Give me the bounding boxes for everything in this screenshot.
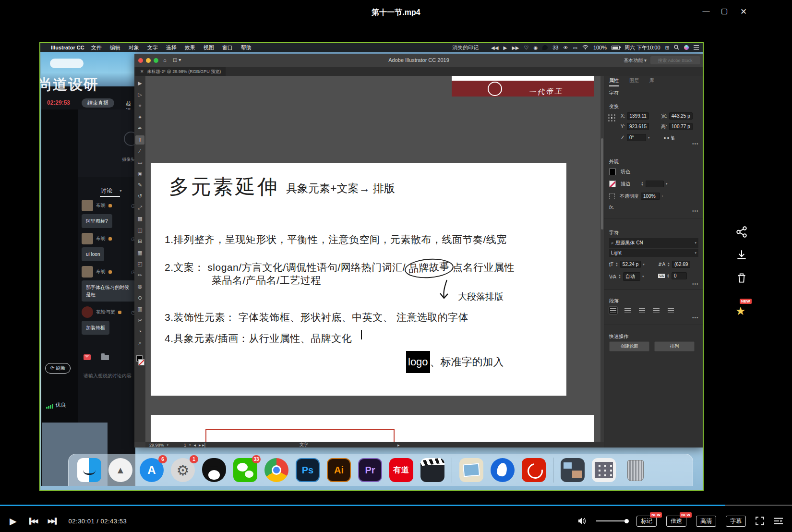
align-button-1[interactable]: [624, 307, 632, 314]
menubar-menu-7[interactable]: 窗口: [222, 44, 233, 51]
align-button-3[interactable]: [652, 307, 660, 314]
tool-16[interactable]: ◰: [135, 259, 144, 268]
menubar-menu-1[interactable]: 编辑: [110, 44, 120, 51]
flip-vertical-icon[interactable]: ⧎: [671, 135, 675, 140]
tool-23[interactable]: ⌕: [135, 339, 144, 348]
dock-icon-finder[interactable]: [77, 458, 101, 482]
dock-icon-system-preferences[interactable]: ⚙1: [171, 458, 195, 482]
align-button-2[interactable]: [638, 307, 646, 314]
tool-15[interactable]: ▦: [135, 248, 144, 257]
dock-icon-chrome[interactable]: [264, 458, 288, 482]
minimize-button[interactable]: —: [701, 7, 711, 15]
statusbar-expand-icon[interactable]: ▸: [397, 443, 400, 447]
red-packet-icon[interactable]: [84, 354, 91, 360]
tool-19[interactable]: ⊙: [135, 293, 144, 302]
menubar-menu-2[interactable]: 对象: [129, 44, 139, 51]
tracking-stepper[interactable]: ▲▼: [667, 274, 670, 278]
menubar-clock[interactable]: 周六 下午10:00: [624, 44, 660, 51]
align-button-0[interactable]: [609, 307, 617, 314]
align-button-4[interactable]: [667, 307, 675, 314]
next-button[interactable]: ▶▶▌: [48, 518, 58, 524]
dock-icon-qq[interactable]: [202, 458, 226, 482]
panel-tab-1[interactable]: 图层: [629, 77, 639, 86]
leading-stepper[interactable]: ▲▼: [667, 262, 670, 267]
dock-icon-video-editor[interactable]: [420, 458, 444, 482]
opacity-field[interactable]: 100%: [641, 193, 660, 200]
speed-button[interactable]: 倍速NEW: [666, 516, 686, 527]
folder-icon[interactable]: [101, 355, 109, 360]
tool-6[interactable]: ∕: [135, 146, 144, 156]
person-icon[interactable]: 👁: [563, 45, 568, 50]
h-value-field[interactable]: 100.77 p: [669, 123, 693, 130]
menubar-menu-0[interactable]: 文件: [91, 44, 102, 51]
fullscreen-icon[interactable]: [756, 517, 764, 525]
workspace-switcher[interactable]: 基本功能 ▾: [624, 57, 647, 64]
menubar-menu-4[interactable]: 选择: [166, 44, 177, 51]
artboard-next-icon[interactable]: ▸ ▸|: [199, 443, 205, 447]
discussion-input[interactable]: 请输入想说的讨论内容: [84, 373, 134, 379]
font-style-field[interactable]: Light: [611, 250, 622, 255]
x-value-field[interactable]: 1399.11: [627, 112, 648, 120]
font-style-chevron[interactable]: ▾: [695, 251, 696, 255]
dock-icon-premiere[interactable]: Pr: [358, 458, 382, 482]
download-icon[interactable]: [735, 249, 748, 261]
discussion-tab[interactable]: 讨论 ▼: [101, 187, 122, 195]
heart-icon[interactable]: ♡: [524, 45, 529, 51]
wifi-icon[interactable]: [582, 45, 588, 50]
tool-9[interactable]: ✎: [135, 181, 144, 190]
tool-1[interactable]: ▷: [135, 90, 144, 99]
font-size-stepper[interactable]: ▲▼: [615, 262, 618, 267]
menubar-menu-8[interactable]: 帮助: [241, 44, 252, 51]
notification-center-icon[interactable]: [694, 45, 699, 50]
tool-8[interactable]: ◉: [135, 169, 144, 178]
panel-tab-2[interactable]: 库: [649, 77, 654, 86]
dock-icon-illustrator[interactable]: Ai: [327, 458, 351, 482]
media-play-icon[interactable]: ▶: [503, 45, 507, 50]
opacity-expand[interactable]: ›: [662, 194, 663, 198]
avatar[interactable]: [82, 266, 93, 278]
tool-22[interactable]: ◔: [135, 327, 144, 336]
tool-2[interactable]: ⌖: [135, 101, 144, 110]
zoom-level[interactable]: 29.98%: [149, 443, 164, 447]
tool-20[interactable]: ▥: [135, 304, 144, 314]
artboard-nav-chevron[interactable]: ▾: [189, 443, 191, 447]
panel-tab-0[interactable]: 属性: [609, 77, 619, 86]
w-value-field[interactable]: 443.25 p: [669, 112, 693, 120]
paragraph-more-icon[interactable]: •••: [692, 315, 699, 320]
appearance-more-icon[interactable]: •••: [692, 208, 699, 214]
volume-slider[interactable]: [596, 520, 627, 521]
share-icon[interactable]: [735, 226, 748, 238]
kerning-field[interactable]: 自动: [623, 272, 640, 281]
media-next-icon[interactable]: ▶▶: [512, 45, 519, 50]
tool-17[interactable]: ✏: [135, 271, 144, 280]
font-size-field[interactable]: 52.24 p: [620, 261, 641, 268]
end-live-button[interactable]: 结束直播: [82, 98, 114, 108]
leading-field[interactable]: (62.69: [672, 261, 690, 268]
quick-action-0[interactable]: 创建轮廓: [609, 341, 649, 351]
artboard-nav-number[interactable]: 1: [184, 443, 186, 447]
menubar-menu-6[interactable]: 视图: [204, 44, 214, 51]
type-tool-active[interactable]: T: [135, 135, 144, 145]
transform-more-icon[interactable]: •••: [692, 141, 699, 146]
avatar[interactable]: [82, 306, 93, 318]
dock-icon-photoshop[interactable]: Ps: [296, 458, 320, 482]
zoom-chevron-icon[interactable]: ▾: [167, 443, 169, 447]
angle-field[interactable]: 0°: [627, 134, 646, 141]
menubar-menu-5[interactable]: 效果: [185, 44, 195, 51]
kerning-chevron[interactable]: ▾: [642, 275, 644, 278]
display-icon[interactable]: ▭: [573, 45, 577, 50]
tool-4[interactable]: ✒: [135, 124, 144, 133]
close-button[interactable]: ✕: [738, 7, 749, 17]
character-more-icon[interactable]: •••: [692, 281, 699, 287]
tool-13[interactable]: ◫: [135, 226, 144, 235]
dock-icon-image-folder[interactable]: [561, 458, 585, 482]
selected-text[interactable]: logo: [406, 351, 430, 373]
angle-chevron[interactable]: ▾: [648, 136, 650, 140]
tab-close-icon[interactable]: ✕: [140, 67, 144, 76]
stroke-chevron[interactable]: ▾: [666, 182, 668, 186]
refresh-button[interactable]: ⟳ 刷新: [45, 363, 71, 374]
dock-icon-wechat[interactable]: 33: [233, 458, 257, 482]
font-chevron[interactable]: ▾: [695, 241, 696, 245]
record-icon[interactable]: ◉: [533, 45, 538, 50]
fx-label[interactable]: fx.: [609, 205, 614, 210]
